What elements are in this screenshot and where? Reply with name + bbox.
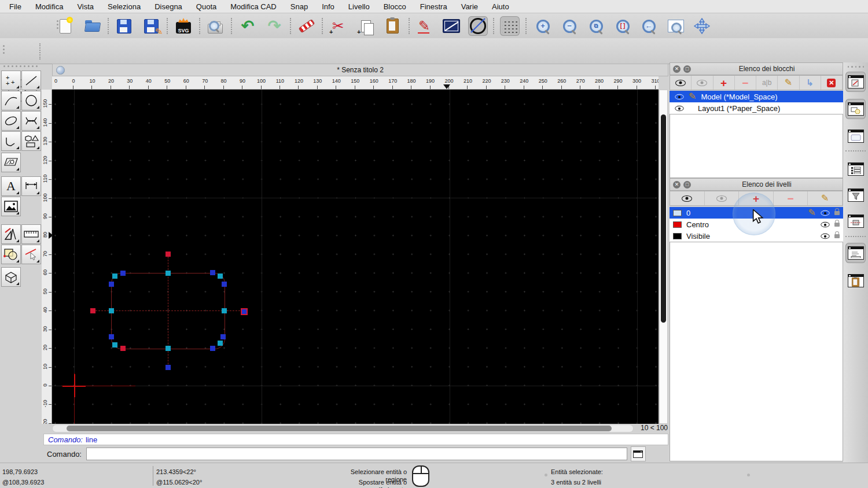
zoom-window-button[interactable] xyxy=(666,16,686,36)
eye-icon[interactable] xyxy=(821,233,829,238)
copy-button[interactable]: + xyxy=(356,16,376,36)
dock-clipboard-button[interactable] xyxy=(845,271,866,291)
grip-c[interactable] xyxy=(218,341,223,346)
grip-b[interactable] xyxy=(210,270,215,275)
grip-b[interactable] xyxy=(109,282,114,287)
toolbar-handle[interactable] xyxy=(3,45,5,54)
grip-r[interactable] xyxy=(120,346,126,351)
grip-b[interactable] xyxy=(220,334,226,339)
menu-item-finestra[interactable]: Finestra xyxy=(420,2,447,11)
delete-button[interactable] xyxy=(297,16,317,36)
blocks-delete-button[interactable]: ✕ xyxy=(821,76,843,90)
tool-ellipse[interactable] xyxy=(1,111,21,131)
dock-handle[interactable] xyxy=(848,66,864,68)
save-button[interactable] xyxy=(114,16,134,36)
tool-polyline[interactable] xyxy=(1,131,21,151)
layers-hide-all-button[interactable] xyxy=(705,191,740,205)
dock-selection-filter-button[interactable] xyxy=(845,185,866,205)
zoom-auto-button[interactable]: ⧉ xyxy=(586,16,606,36)
tool-text[interactable]: A xyxy=(1,176,21,196)
dock-library-button[interactable] xyxy=(845,126,866,146)
layers-remove-button[interactable]: − xyxy=(774,191,808,205)
zoom-in-button[interactable]: + xyxy=(533,16,553,36)
menu-item-modifica[interactable]: Modifica xyxy=(35,2,63,11)
open-file-button[interactable] xyxy=(83,16,102,36)
eye-icon[interactable] xyxy=(821,210,829,215)
tool-dimension[interactable] xyxy=(21,176,41,196)
layers-show-all-button[interactable] xyxy=(670,191,705,205)
close-icon[interactable]: ✕ xyxy=(673,181,681,188)
grip-c[interactable] xyxy=(165,271,171,276)
menu-item-file[interactable]: File xyxy=(9,2,21,11)
grip-b[interactable] xyxy=(165,365,171,370)
pan-button[interactable] xyxy=(692,16,712,36)
eye-icon[interactable] xyxy=(821,221,829,227)
zoom-previous-button[interactable]: ← xyxy=(639,16,659,36)
dock-property-editor-button[interactable] xyxy=(845,159,866,179)
menu-item-aiuto[interactable]: Aiuto xyxy=(492,2,509,11)
cut-button[interactable]: ✂+ xyxy=(328,16,348,36)
grip-b[interactable] xyxy=(109,334,114,339)
blocks-hide-all-button[interactable] xyxy=(692,76,713,90)
dock-wall-tools-button[interactable] xyxy=(845,211,866,231)
blocks-show-all-button[interactable] xyxy=(670,76,692,90)
tool-modify[interactable] xyxy=(1,245,21,264)
close-icon[interactable]: ✕ xyxy=(673,65,681,73)
grip-c[interactable] xyxy=(112,342,117,347)
grid-toggle-button[interactable] xyxy=(500,16,520,36)
tool-modify-selection[interactable] xyxy=(21,245,41,264)
tool-shapes[interactable] xyxy=(21,131,41,151)
menu-item-livello[interactable]: Livello xyxy=(348,2,370,11)
grip-b[interactable] xyxy=(210,346,215,351)
layer-color-swatch[interactable] xyxy=(673,210,682,216)
lock-icon[interactable] xyxy=(834,223,840,227)
blocks-add-button[interactable]: + xyxy=(713,76,735,90)
grip-r[interactable] xyxy=(90,308,95,313)
grip-b[interactable] xyxy=(222,282,227,287)
eye-icon[interactable] xyxy=(675,105,683,110)
dock-command-line-button[interactable] xyxy=(845,243,866,263)
lock-icon[interactable] xyxy=(834,234,840,238)
dock-block-list-button[interactable] xyxy=(845,72,866,92)
grip-c[interactable] xyxy=(218,273,223,279)
draw-pen-button[interactable]: ✎ xyxy=(414,16,434,36)
menu-item-varie[interactable]: Varie xyxy=(461,2,478,11)
layers-edit-button[interactable]: ✎ xyxy=(808,191,843,205)
menu-item-disegna[interactable]: Disegna xyxy=(155,2,182,11)
tool-line[interactable] xyxy=(21,71,41,90)
eye-icon[interactable] xyxy=(675,94,683,99)
lock-icon[interactable] xyxy=(834,211,840,215)
vertical-scrollbar[interactable] xyxy=(659,90,668,424)
tool-measure[interactable] xyxy=(21,224,41,244)
blocks-rename-button[interactable]: a|b xyxy=(756,76,778,90)
blocks-edit-button[interactable]: ✎ xyxy=(778,76,799,90)
grip-b[interactable] xyxy=(120,271,126,276)
grip-r[interactable] xyxy=(165,252,171,257)
command-input[interactable] xyxy=(86,448,627,460)
tool-circle[interactable] xyxy=(21,91,41,110)
menu-item-quota[interactable]: Quota xyxy=(196,2,216,11)
layer-color-swatch[interactable] xyxy=(673,233,682,239)
tool-cad-tools[interactable] xyxy=(1,224,21,244)
grip-c[interactable] xyxy=(109,308,114,313)
drawing-canvas[interactable] xyxy=(52,90,659,424)
tool-points[interactable]: +++ xyxy=(1,71,21,90)
tool-image[interactable] xyxy=(1,197,21,216)
tool-spline[interactable] xyxy=(21,111,41,131)
blocks-remove-button[interactable]: − xyxy=(735,76,756,90)
blocks-insert-button[interactable]: ↳ xyxy=(800,76,821,90)
block-row-layout1[interactable]: Layout1 (*Paper_Space) xyxy=(670,102,843,114)
dock-layer-list-button[interactable] xyxy=(845,99,866,119)
redo-button[interactable]: ↷ xyxy=(264,16,284,36)
layer-color-swatch[interactable] xyxy=(673,221,682,228)
horizontal-scrollbar[interactable] xyxy=(52,424,634,432)
new-file-button[interactable] xyxy=(56,16,75,36)
block-row-model[interactable]: ✎ Model (*Model_Space) xyxy=(670,91,843,102)
vertical-scrollbar-thumb[interactable] xyxy=(661,114,666,323)
command-detach-button[interactable] xyxy=(631,446,646,461)
grip-c[interactable] xyxy=(165,346,171,351)
float-icon[interactable]: □ xyxy=(683,65,691,73)
menu-item-blocco[interactable]: Blocco xyxy=(384,2,406,11)
menu-item-info[interactable]: Info xyxy=(322,2,334,11)
zoom-selection-button[interactable]: [ ] xyxy=(613,16,632,36)
